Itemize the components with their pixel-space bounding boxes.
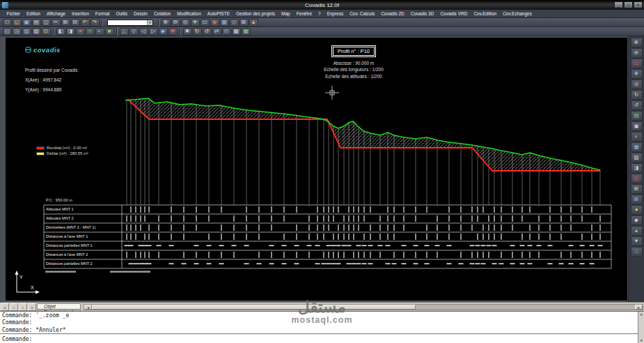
command-prompt[interactable]: Commande: bbox=[0, 335, 638, 343]
toolbar-button[interactable]: ⊖ bbox=[171, 19, 180, 26]
prev-tab-button[interactable]: ‹ bbox=[10, 303, 18, 311]
style-combobox[interactable]: ▾ bbox=[107, 20, 153, 26]
side-tool-button[interactable]: ▲ bbox=[631, 226, 643, 236]
toolbar-button[interactable]: ⊟ bbox=[71, 19, 80, 26]
side-tool-button[interactable]: ⊞ bbox=[631, 184, 643, 194]
toolbar-button[interactable]: ◎ bbox=[181, 19, 190, 26]
toolbar-button[interactable]: ▩ bbox=[232, 28, 241, 36]
last-tab-button[interactable]: » bbox=[28, 303, 36, 311]
toolbar-button[interactable]: ⊕ bbox=[162, 19, 171, 26]
side-tool-button[interactable]: ▭ bbox=[631, 59, 643, 68]
side-tool-button[interactable]: ✚ bbox=[631, 69, 643, 79]
toolbar-button[interactable]: ■ bbox=[105, 28, 114, 36]
toolbar-button[interactable]: ◉ bbox=[210, 19, 219, 26]
toolbar-button[interactable]: ● bbox=[76, 28, 85, 36]
toolbar-button[interactable]: △ bbox=[120, 28, 129, 36]
toolbar-button[interactable]: □ bbox=[3, 19, 12, 26]
side-tool-button[interactable]: ◐ bbox=[631, 132, 643, 142]
scroll-right-icon[interactable]: ▸ bbox=[635, 305, 643, 310]
side-tool-button[interactable]: ◆ bbox=[631, 215, 643, 225]
toolbar-button[interactable]: ▣ bbox=[22, 19, 31, 26]
command-scrollbar[interactable]: ▲ ▼ bbox=[638, 312, 644, 343]
maximize-button[interactable]: □ bbox=[624, 1, 633, 8]
menu-item-map[interactable]: Map bbox=[278, 11, 293, 16]
menu-item-cov-edition[interactable]: Cov.Edition bbox=[471, 11, 500, 16]
side-tool-button[interactable]: ▣ bbox=[631, 121, 643, 131]
toolbar-button[interactable]: ▦ bbox=[242, 28, 251, 36]
toolbar-button[interactable]: ✚ bbox=[168, 28, 178, 36]
menu-item-format[interactable]: Format bbox=[92, 11, 113, 16]
menu-item-insertion[interactable]: Insertion bbox=[68, 11, 92, 16]
side-tool-button[interactable]: ⊖ bbox=[631, 48, 643, 58]
toolbar-button[interactable]: ◐ bbox=[95, 28, 104, 36]
toolbar-button[interactable]: ↶ bbox=[81, 19, 90, 26]
next-tab-button[interactable]: › bbox=[19, 303, 27, 311]
side-tool-button[interactable]: ◨ bbox=[631, 163, 643, 173]
toolbar-button[interactable]: ⇄ bbox=[212, 28, 221, 36]
tab-objet[interactable]: Objet bbox=[37, 303, 81, 309]
scroll-left-icon[interactable]: ◂ bbox=[84, 305, 92, 310]
toolbar-button[interactable]: ◫ bbox=[42, 19, 51, 26]
menu-item-modification[interactable]: Modification bbox=[174, 11, 205, 16]
toolbar-button[interactable]: ▤ bbox=[32, 19, 41, 26]
menu-item--[interactable]: ? bbox=[315, 11, 324, 16]
toolbar-button[interactable]: ✚ bbox=[191, 19, 200, 26]
side-tool-button[interactable]: ⊕ bbox=[631, 38, 643, 47]
toolbar-button[interactable]: ▷ bbox=[149, 28, 158, 36]
hscrollbar-thumb[interactable] bbox=[92, 305, 416, 310]
side-tool-button[interactable]: ◰ bbox=[631, 174, 643, 183]
toolbar-button[interactable]: ▧ bbox=[32, 28, 41, 36]
toolbar-button[interactable]: ↺ bbox=[203, 28, 212, 36]
toolbar-button[interactable]: ◆ bbox=[159, 28, 168, 36]
toolbar-button[interactable]: ▦ bbox=[220, 19, 229, 26]
toolbar-button[interactable]: ▭ bbox=[201, 19, 210, 26]
toolbar-button[interactable]: ⊙ bbox=[222, 28, 231, 36]
toolbar-button[interactable]: ⊠ bbox=[239, 19, 249, 26]
menu-item-cov-calculs[interactable]: Cov. Calculs bbox=[347, 11, 378, 16]
profile-number-box[interactable]: Profil n° : P10 bbox=[333, 47, 375, 56]
scroll-down-icon[interactable]: ▼ bbox=[638, 339, 644, 342]
toolbar-button[interactable]: ◧ bbox=[56, 28, 65, 36]
menu-item-cotation[interactable]: Cotation bbox=[150, 11, 173, 16]
menu-item-fichier[interactable]: Fichier bbox=[3, 11, 24, 16]
scroll-up-icon[interactable]: ▲ bbox=[638, 312, 644, 316]
side-tool-button[interactable]: ↺ bbox=[631, 100, 643, 110]
chevron-down-icon[interactable]: ▾ bbox=[147, 20, 152, 25]
menu-item-cov-echanges[interactable]: Cov.Echanges bbox=[500, 11, 535, 16]
side-tool-button[interactable]: ▦ bbox=[631, 142, 643, 152]
side-tool-button[interactable]: ▧ bbox=[631, 153, 643, 162]
close-button[interactable]: × bbox=[634, 1, 643, 8]
hscrollbar-track[interactable] bbox=[416, 305, 635, 310]
menu-item-fen-tre[interactable]: Fenêtre bbox=[293, 11, 315, 16]
toolbar-button[interactable]: ▥ bbox=[22, 28, 31, 36]
side-tool-button[interactable]: ▤ bbox=[631, 111, 643, 121]
side-tool-button[interactable]: □ bbox=[631, 247, 643, 257]
menu-item-covadis-3d[interactable]: Covadis 3D bbox=[407, 11, 437, 16]
side-tool-button[interactable]: ⊠ bbox=[631, 195, 643, 204]
toolbar-button[interactable]: ◱ bbox=[13, 19, 22, 26]
toolbar-button[interactable]: ◇ bbox=[230, 19, 239, 26]
toolbar-button[interactable]: ▲ bbox=[249, 19, 258, 26]
toolbar-button[interactable]: ✂ bbox=[52, 19, 61, 26]
menu-item-edition[interactable]: Edition bbox=[24, 11, 44, 16]
toolbar-button[interactable]: ✖ bbox=[183, 28, 192, 36]
side-tool-button[interactable]: ↻ bbox=[631, 90, 643, 100]
menu-item-affichage[interactable]: Affichage bbox=[43, 11, 68, 16]
menu-item-covadis-2d[interactable]: Covadis 2D bbox=[378, 11, 408, 16]
toolbar-button[interactable]: ↷ bbox=[91, 19, 100, 26]
toolbar-button[interactable]: ◁ bbox=[139, 28, 148, 36]
toolbar-button[interactable]: ⊞ bbox=[61, 19, 70, 26]
minimize-button[interactable]: _ bbox=[614, 1, 623, 8]
toolbar-button[interactable]: ↻ bbox=[193, 28, 202, 36]
toolbar-button[interactable]: ◨ bbox=[66, 28, 75, 36]
drawing-canvas[interactable]: YX covadis Profil dessiné par Covadis X(… bbox=[6, 38, 627, 300]
menu-item-express[interactable]: Express bbox=[324, 11, 346, 16]
toolbar-button[interactable]: ⊡ bbox=[42, 28, 51, 36]
toolbar-button[interactable]: ○ bbox=[86, 28, 95, 36]
menu-item-dessin[interactable]: Dessin bbox=[131, 11, 151, 16]
menu-item-covadis-vrd[interactable]: Covadis VRD bbox=[437, 11, 471, 16]
toolbar-button[interactable]: ◰ bbox=[3, 28, 12, 36]
first-tab-button[interactable]: « bbox=[1, 303, 9, 311]
toolbar-button[interactable]: ▽ bbox=[129, 28, 139, 36]
menu-item-gestion-des-projets[interactable]: Gestion des projets bbox=[233, 11, 278, 16]
